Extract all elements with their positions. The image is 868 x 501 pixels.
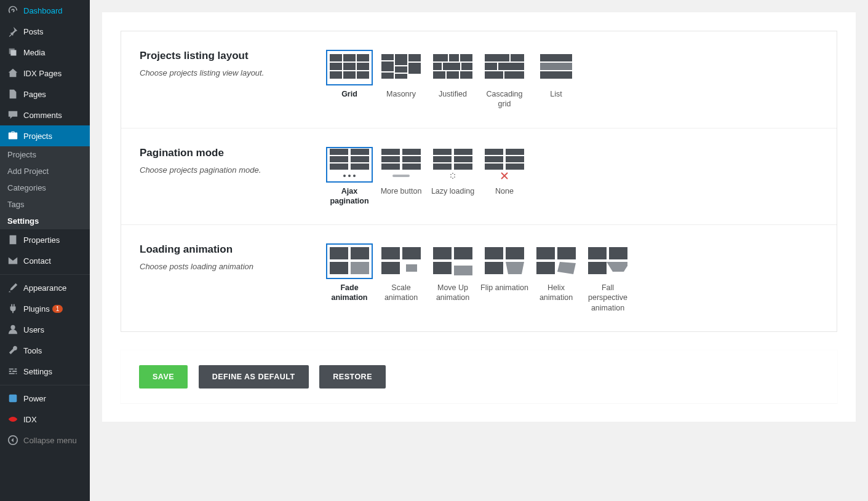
admin-sidebar: Dashboard Posts Media IDX Pages Pages Co…	[0, 0, 90, 434]
option-cascading[interactable]: Cascading grid	[479, 50, 530, 109]
option-more[interactable]: More button	[376, 147, 426, 207]
option-label: Justified	[428, 89, 478, 99]
svg-rect-7	[343, 63, 356, 70]
option-grid[interactable]: Grid	[324, 50, 375, 109]
thumb-more-icon	[378, 147, 424, 183]
svg-rect-59	[454, 164, 472, 170]
option-label: Fall perspective animation	[583, 283, 633, 313]
sidebar-item-contact[interactable]: Contact	[0, 250, 90, 271]
svg-rect-4	[343, 54, 356, 61]
sidebar-item-idxpages[interactable]: IDX Pages	[0, 63, 90, 84]
svg-point-44	[343, 175, 346, 177]
sidebar-item-settings[interactable]: Settings	[0, 361, 90, 382]
option-label: Helix animation	[531, 283, 581, 303]
setting-label: Loading animation Choose posts loading a…	[140, 243, 324, 313]
option-moveup[interactable]: Move Up animation	[428, 243, 478, 313]
option-justified[interactable]: Justified	[428, 50, 478, 109]
svg-rect-39	[351, 149, 369, 155]
thumb-list-icon	[533, 50, 579, 85]
svg-rect-42	[330, 164, 348, 170]
svg-rect-76	[330, 262, 348, 274]
briefcase-icon	[7, 130, 18, 141]
svg-rect-95	[609, 247, 627, 259]
sidebar-item-pages[interactable]: Pages	[0, 84, 90, 105]
sidebar-item-dashboard[interactable]: Dashboard	[0, 0, 90, 21]
sidebar-label: Appearance	[23, 283, 66, 293]
save-button[interactable]: SAVE	[139, 365, 188, 389]
idx-icon	[7, 414, 18, 425]
sidebar-item-appearance[interactable]: Appearance	[0, 277, 90, 298]
sidebar-subitem-categories[interactable]: Categories	[0, 179, 90, 196]
option-label: Flip animation	[479, 283, 530, 293]
sidebar-item-users[interactable]: Users	[0, 319, 90, 340]
thumb-flip-icon	[481, 243, 528, 279]
svg-rect-84	[433, 262, 452, 274]
sidebar-item-comments[interactable]: Comments	[0, 105, 90, 125]
sidebar-item-idx[interactable]: IDX	[0, 409, 90, 430]
thumb-justified-icon	[429, 50, 476, 85]
svg-rect-8	[357, 63, 369, 70]
svg-rect-87	[506, 247, 524, 259]
svg-rect-15	[381, 61, 394, 71]
svg-rect-43	[351, 164, 369, 170]
option-ajax[interactable]: Ajax pagination	[324, 147, 375, 207]
svg-rect-50	[402, 156, 421, 162]
svg-rect-94	[588, 247, 607, 259]
sidebar-item-power[interactable]: Power	[0, 388, 90, 409]
option-masonry[interactable]: Masonry	[376, 50, 426, 109]
svg-rect-54	[433, 149, 452, 155]
option-scale[interactable]: Scale animation	[376, 243, 426, 313]
sidebar-item-tools[interactable]: Tools	[0, 340, 90, 361]
sidebar-item-posts[interactable]: Posts	[0, 21, 90, 42]
sidebar-item-projects[interactable]: Projects	[0, 125, 90, 146]
sidebar-item-properties[interactable]: Properties	[0, 229, 90, 250]
option-fade[interactable]: Fade animation	[324, 243, 375, 313]
define-default-button[interactable]: DEFINE AS DEFAULT	[199, 365, 309, 389]
option-label: Grid	[324, 89, 375, 99]
sidebar-item-media[interactable]: Media	[0, 42, 90, 63]
sidebar-subitem-settings[interactable]: Settings	[0, 213, 90, 229]
sidebar-subitem-add-project[interactable]: Add Project	[0, 163, 90, 179]
svg-rect-32	[498, 63, 524, 70]
setting-row-layout: Projects listing layout Choose projects …	[121, 31, 837, 128]
svg-rect-20	[433, 54, 448, 61]
svg-rect-12	[381, 54, 394, 60]
home-icon	[7, 68, 18, 79]
svg-rect-92	[536, 262, 555, 274]
option-flip[interactable]: Flip animation	[479, 243, 530, 313]
sidebar-label: Comments	[23, 111, 62, 120]
option-label: Fade animation	[324, 283, 375, 303]
svg-rect-6	[330, 63, 342, 70]
option-none[interactable]: None	[479, 147, 530, 207]
sidebar-label: Projects	[23, 132, 52, 141]
sidebar-item-plugins[interactable]: Plugins 1	[0, 298, 90, 319]
svg-rect-37	[540, 71, 572, 79]
svg-marker-93	[557, 262, 576, 274]
svg-rect-23	[433, 63, 442, 70]
svg-rect-30	[511, 54, 524, 61]
option-fall[interactable]: Fall perspective animation	[583, 243, 633, 313]
option-lazy[interactable]: Lazy loading	[428, 147, 478, 207]
svg-rect-86	[485, 247, 503, 259]
pin-icon	[7, 26, 18, 37]
svg-rect-83	[454, 247, 472, 259]
mail-icon	[7, 255, 18, 266]
option-label: Masonry	[376, 89, 426, 99]
sidebar-subitem-projects[interactable]: Projects	[0, 146, 90, 163]
power-icon	[7, 393, 18, 404]
svg-rect-88	[485, 262, 503, 274]
svg-rect-90	[536, 247, 555, 259]
svg-point-0	[10, 325, 15, 329]
sidebar-subitem-tags[interactable]: Tags	[0, 196, 90, 213]
sidebar-item-collapse[interactable]: Collapse menu	[0, 430, 90, 434]
thumb-cascading-icon	[481, 50, 528, 85]
svg-rect-69	[506, 156, 524, 162]
setting-title: Projects listing layout	[140, 50, 312, 62]
setting-label: Projects listing layout Choose projects …	[140, 50, 324, 109]
svg-rect-41	[351, 156, 369, 162]
option-helix[interactable]: Helix animation	[531, 243, 581, 313]
svg-point-45	[348, 175, 351, 177]
thumb-ajax-icon	[326, 147, 373, 183]
restore-button[interactable]: RESTORE	[319, 365, 386, 389]
option-list[interactable]: List	[531, 50, 581, 109]
